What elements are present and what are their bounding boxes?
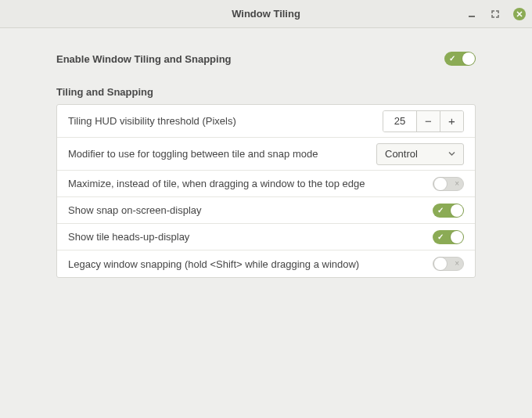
maximize-top-label: Maximize, instead of tile, when dragging… (68, 178, 365, 189)
settings-panel: Tiling HUD visibility threshold (Pixels)… (56, 104, 476, 278)
legacy-snap-row: Legacy window snapping (hold <Shift> whi… (57, 250, 475, 277)
maximize-top-toggle[interactable]: × (433, 177, 464, 191)
tile-hud-row: Show tile heads-up-display ✓ (57, 224, 475, 250)
modifier-dropdown[interactable]: Control (376, 143, 464, 165)
hud-threshold-decrement[interactable]: − (416, 111, 440, 132)
content-area: Enable Window Tiling and Snapping ✓ Tili… (0, 28, 532, 301)
modifier-row: Modifier to use for toggling between til… (57, 138, 475, 171)
hud-threshold-row: Tiling HUD visibility threshold (Pixels)… (57, 105, 475, 138)
maximize-button[interactable] (490, 9, 501, 20)
modifier-value: Control (385, 148, 418, 160)
maximize-top-row: Maximize, instead of tile, when dragging… (57, 171, 475, 197)
minimize-icon (468, 10, 476, 18)
hud-threshold-stepper: − + (383, 110, 464, 132)
svg-rect-0 (469, 16, 475, 17)
titlebar: Window Tiling (0, 0, 532, 28)
modifier-label: Modifier to use for toggling between til… (68, 148, 318, 160)
hud-threshold-increment[interactable]: + (440, 111, 463, 132)
tile-hud-toggle[interactable]: ✓ (433, 230, 464, 244)
legacy-snap-label: Legacy window snapping (hold <Shift> whi… (68, 258, 359, 270)
tile-hud-label: Show tile heads-up-display (68, 231, 189, 243)
legacy-snap-toggle[interactable]: × (433, 257, 464, 271)
section-heading: Tiling and Snapping (56, 86, 476, 98)
hud-threshold-input[interactable] (383, 111, 416, 132)
enable-tiling-label: Enable Window Tiling and Snapping (56, 53, 232, 65)
close-icon (516, 11, 523, 17)
hud-threshold-label: Tiling HUD visibility threshold (Pixels) (68, 115, 236, 127)
snap-osd-label: Show snap on-screen-display (68, 204, 202, 216)
minimize-button[interactable] (466, 9, 477, 20)
window-controls (466, 0, 526, 27)
enable-tiling-row: Enable Window Tiling and Snapping ✓ (56, 52, 476, 66)
close-button[interactable] (513, 8, 526, 20)
window-title: Window Tiling (232, 8, 300, 20)
snap-osd-toggle[interactable]: ✓ (433, 204, 464, 218)
chevron-down-icon (448, 152, 455, 156)
maximize-icon (491, 10, 499, 18)
enable-tiling-toggle[interactable]: ✓ (444, 52, 476, 66)
snap-osd-row: Show snap on-screen-display ✓ (57, 197, 475, 224)
